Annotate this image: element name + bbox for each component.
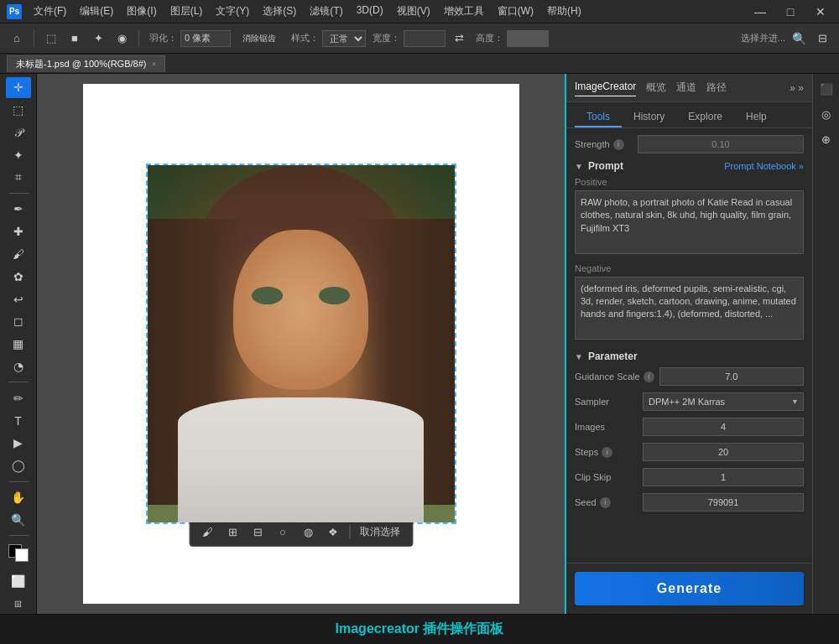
path-select-tool[interactable]: ▶ bbox=[6, 433, 31, 454]
style-select[interactable]: 正常 bbox=[322, 30, 366, 47]
height-label: 高度： bbox=[476, 32, 503, 44]
prompt-notebook-link[interactable]: Prompt Notebook » bbox=[724, 161, 804, 171]
menu-select[interactable]: 选择(S) bbox=[258, 3, 301, 20]
home-tool-button[interactable]: ⌂ bbox=[7, 29, 27, 49]
cancel-selection-label[interactable]: 取消选择 bbox=[355, 525, 405, 539]
brush-selection-btn[interactable]: 🖌 bbox=[196, 521, 218, 543]
history-brush-tool[interactable]: ↩ bbox=[6, 288, 31, 309]
active-tab[interactable]: 未标题-1.psd @ 100%(RGB/8#) × bbox=[7, 55, 165, 72]
circle-select-btn[interactable]: ○ bbox=[272, 521, 294, 543]
fill-btn[interactable]: ◍ bbox=[297, 521, 319, 543]
selection-tool-button[interactable]: ⬚ bbox=[41, 29, 61, 49]
antialiasing-button[interactable]: 消除锯齿 bbox=[234, 29, 284, 49]
steps-info-icon[interactable]: i bbox=[602, 447, 612, 458]
text-tool[interactable]: T bbox=[6, 410, 31, 431]
marquee-tool[interactable]: ⬚ bbox=[6, 100, 31, 121]
guidance-info-icon[interactable]: i bbox=[644, 371, 654, 382]
far-right-panel: ⬛ ◎ ⊕ bbox=[812, 74, 839, 614]
menu-view[interactable]: 视图(V) bbox=[392, 3, 435, 20]
width-label: 宽度： bbox=[373, 32, 400, 44]
menu-help[interactable]: 帮助(H) bbox=[542, 3, 586, 20]
subtract-selection-btn[interactable]: ⊟ bbox=[247, 521, 268, 543]
tab-close-button[interactable]: × bbox=[151, 60, 156, 69]
sampler-select[interactable]: DPM++ 2M Karras Euler a DDIM LMS DPM2 bbox=[643, 392, 804, 411]
clip-skip-input[interactable] bbox=[643, 468, 804, 486]
strength-info-icon[interactable]: i bbox=[613, 139, 624, 150]
tab-help[interactable]: Help bbox=[734, 107, 779, 127]
masks-icon[interactable]: ⊕ bbox=[816, 129, 836, 149]
add-selection-btn[interactable]: ⊞ bbox=[221, 521, 243, 543]
images-input[interactable] bbox=[643, 418, 804, 436]
transform-btn[interactable]: ❖ bbox=[322, 521, 344, 543]
adjustments-icon[interactable]: ◎ bbox=[816, 104, 836, 124]
minimize-button[interactable]: — bbox=[748, 3, 772, 20]
move-tool-button[interactable]: ✦ bbox=[88, 29, 108, 49]
swap-dimensions-icon[interactable]: ⇄ bbox=[449, 29, 469, 49]
guidance-scale-input[interactable] bbox=[659, 367, 804, 386]
seed-input[interactable] bbox=[643, 493, 804, 512]
menu-layer[interactable]: 图层(L) bbox=[165, 3, 208, 20]
lasso-tool[interactable]: 𝒫 bbox=[6, 122, 31, 143]
positive-prompt-input[interactable]: RAW photo, a portrait photo of Katie Rea… bbox=[575, 190, 804, 254]
maximize-button[interactable]: □ bbox=[779, 3, 802, 20]
menu-file[interactable]: 文件(F) bbox=[29, 3, 71, 20]
feather-input[interactable] bbox=[180, 30, 231, 47]
move-tool-lt[interactable]: ✛ bbox=[6, 77, 31, 98]
eyedropper-tool[interactable]: ✒ bbox=[6, 199, 31, 220]
panel-header-overview[interactable]: 概览 bbox=[646, 79, 666, 96]
portrait-image bbox=[146, 164, 456, 524]
zoom-tool[interactable]: 🔍 bbox=[6, 509, 31, 530]
crop-tool[interactable]: ⌗ bbox=[6, 167, 31, 188]
color-swatch[interactable] bbox=[8, 544, 29, 562]
menu-3d[interactable]: 3D(D) bbox=[352, 3, 388, 20]
panel-header-imagecreator[interactable]: ImageCreator bbox=[575, 79, 636, 96]
panel-toggle-icon[interactable]: ⊟ bbox=[812, 29, 832, 49]
panel-header-channels[interactable]: 通道 bbox=[676, 79, 696, 96]
lasso-tool-button[interactable]: ◉ bbox=[112, 29, 132, 49]
menu-image[interactable]: 图像(I) bbox=[122, 3, 161, 20]
screen-mode-btn[interactable]: ⬜ bbox=[6, 570, 31, 591]
spot-healing-tool[interactable]: ✚ bbox=[6, 221, 31, 242]
strength-value: 0.10 bbox=[638, 135, 804, 153]
panel-header-paths[interactable]: 路径 bbox=[706, 79, 727, 96]
menu-plugins[interactable]: 增效工具 bbox=[439, 3, 489, 20]
canvas-area: 🖌 ⊞ ⊟ ○ ◍ ❖ 取消选择 bbox=[37, 74, 565, 614]
clone-stamp-tool[interactable]: ✿ bbox=[6, 266, 31, 287]
tabbar: 未标题-1.psd @ 100%(RGB/8#) × bbox=[0, 54, 839, 74]
dodge-tool[interactable]: ◔ bbox=[6, 356, 31, 377]
close-button[interactable]: ✕ bbox=[809, 3, 832, 20]
eraser-tool[interactable]: ◻ bbox=[6, 311, 31, 332]
menu-window[interactable]: 窗口(W) bbox=[492, 3, 539, 20]
seed-info-icon[interactable]: i bbox=[600, 497, 611, 508]
menu-edit[interactable]: 编辑(E) bbox=[75, 3, 118, 20]
parameter-section-header[interactable]: ▼ Parameter bbox=[575, 351, 804, 362]
width-input[interactable] bbox=[404, 30, 446, 47]
prompt-section-header[interactable]: ▼ Prompt Prompt Notebook » bbox=[575, 160, 804, 172]
menu-filter[interactable]: 滤镜(T) bbox=[305, 3, 347, 20]
layers-icon[interactable]: ⬛ bbox=[816, 79, 836, 99]
guidance-scale-row: Guidance Scale i bbox=[575, 367, 804, 386]
left-toolbar: ✛ ⬚ 𝒫 ✦ ⌗ ✒ ✚ 🖌 ✿ ↩ ◻ ▦ ◔ ✏ T ▶ ◯ ✋ 🔍 ⬜ … bbox=[0, 74, 37, 614]
negative-prompt-input[interactable]: (deformed iris, deformed pupils, semi-re… bbox=[575, 277, 804, 340]
negative-label: Negative bbox=[575, 263, 804, 273]
background-color[interactable] bbox=[15, 548, 29, 562]
hand-tool[interactable]: ✋ bbox=[6, 486, 31, 507]
sampler-label: Sampler bbox=[575, 397, 638, 407]
brush-tool[interactable]: 🖌 bbox=[6, 244, 31, 265]
pen-tool[interactable]: ✏ bbox=[6, 387, 31, 408]
tab-explore[interactable]: Explore bbox=[676, 107, 734, 127]
generate-button[interactable]: Generate bbox=[575, 572, 804, 605]
steps-input[interactable] bbox=[643, 443, 804, 461]
rect-select-button[interactable]: ■ bbox=[65, 29, 85, 49]
menu-text[interactable]: 文字(Y) bbox=[211, 3, 254, 20]
layer-mask-btn[interactable]: ⧆ bbox=[6, 593, 31, 614]
panel-expand-button[interactable]: » » bbox=[789, 82, 804, 94]
tab-tools[interactable]: Tools bbox=[575, 107, 622, 127]
shape-tool[interactable]: ◯ bbox=[6, 455, 31, 476]
tab-history[interactable]: History bbox=[622, 107, 676, 127]
search-icon[interactable]: 🔍 bbox=[789, 29, 809, 49]
select-and-mask-btn[interactable]: 选择并进... bbox=[741, 32, 785, 44]
gradient-tool[interactable]: ▦ bbox=[6, 334, 31, 355]
height-input[interactable] bbox=[507, 30, 549, 47]
quick-select-tool[interactable]: ✦ bbox=[6, 144, 31, 165]
